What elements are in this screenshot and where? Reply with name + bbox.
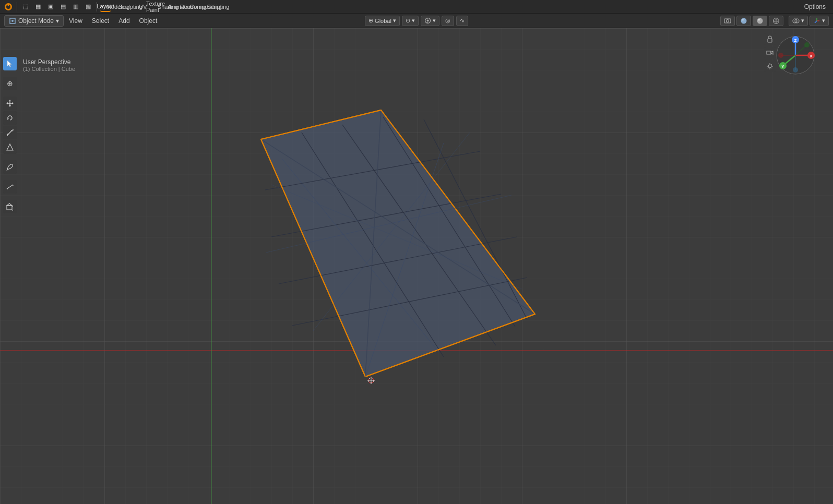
layout-icon-4[interactable]: ▤: [58, 2, 68, 12]
pivot-control[interactable]: ⊙ ▾: [402, 16, 419, 26]
workspace-tab-scripting[interactable]: Scripting: [213, 2, 223, 12]
svg-marker-53: [9, 105, 11, 107]
sphere-shaded-icon: [740, 17, 747, 25]
svg-marker-56: [7, 118, 9, 120]
workspace-tab-sculpt[interactable]: Sculpting: [125, 2, 136, 12]
pivot-icon: ⊙: [406, 17, 410, 24]
global-label: Global: [375, 18, 391, 24]
toolbar-sep-2: [3, 91, 17, 95]
proportional-edit2[interactable]: ∿: [456, 16, 468, 26]
tool-measure[interactable]: [3, 180, 17, 194]
svg-line-96: [768, 68, 768, 68]
svg-rect-87: [768, 39, 772, 42]
menu-object[interactable]: Object: [135, 16, 162, 26]
svg-line-94: [771, 68, 772, 68]
toggle-gizmo[interactable]: ▾: [810, 16, 829, 26]
snap-icon: [424, 17, 431, 24]
svg-line-70: [12, 210, 13, 211]
sphere-wireframe-icon: [772, 17, 780, 25]
viewport-sun-icon[interactable]: [764, 61, 776, 72]
tool-cursor[interactable]: ⊕: [3, 77, 17, 90]
svg-marker-62: [7, 144, 13, 150]
gizmo-chevron: ▾: [822, 17, 825, 24]
menu-add[interactable]: Add: [114, 16, 134, 26]
svg-point-4: [11, 20, 14, 22]
overlay-icon: [792, 17, 800, 25]
overlay-chevron: ▾: [801, 17, 804, 24]
transform-icon: [6, 143, 14, 151]
svg-point-14: [758, 19, 760, 20]
svg-point-84: [778, 53, 783, 58]
svg-line-63: [7, 170, 7, 171]
viewport-shading-wireframe[interactable]: [769, 16, 783, 26]
tool-add-primitive[interactable]: [3, 200, 17, 213]
tool-annotate[interactable]: [3, 160, 17, 174]
layout-icon-2[interactable]: ▦: [33, 2, 43, 12]
grid: [0, 28, 833, 504]
measure-icon: [6, 183, 14, 191]
top-bar: ⬚ ▦ ▣ ▤ ▥ ▧ Layout Modeling Sculpting UV…: [0, 0, 833, 14]
svg-marker-55: [12, 102, 14, 104]
svg-text:Y: Y: [781, 64, 784, 69]
snap-chevron: ▾: [433, 17, 436, 24]
svg-line-93: [768, 64, 768, 65]
cursor-icon: ⊕: [7, 79, 13, 88]
tool-move[interactable]: [3, 97, 17, 110]
layout-icon-1[interactable]: ⬚: [20, 2, 31, 12]
svg-point-2: [8, 4, 9, 6]
mode-label: Object Mode: [18, 17, 54, 25]
options-label[interactable]: Options: [804, 3, 826, 10]
layout-icon-3[interactable]: ▣: [45, 2, 56, 12]
mode-dropdown[interactable]: Object Mode ▾: [4, 15, 64, 27]
toolbar-sep-4: [3, 175, 17, 179]
viewport-shading-solid[interactable]: [753, 16, 767, 26]
snap-to-global[interactable]: ⊕ Global ▾: [365, 16, 400, 26]
menu-bar: Object Mode ▾ ⊕ Global ▾ ⊙ ▾ ▾ ◎ ∿: [0, 14, 833, 28]
menu-view[interactable]: View: [65, 16, 87, 26]
svg-line-22: [815, 21, 817, 23]
global-chevron: ▾: [393, 17, 396, 24]
svg-point-12: [742, 19, 744, 20]
proportional-edit[interactable]: ◎: [442, 16, 454, 26]
svg-line-64: [7, 185, 13, 189]
svg-text:Z: Z: [794, 38, 797, 43]
scale-icon: [6, 128, 14, 137]
navigation-gizmo[interactable]: Z X Y: [775, 34, 816, 76]
viewport-shading-rendered[interactable]: [720, 16, 735, 26]
svg-text:X: X: [810, 54, 813, 58]
svg-marker-68: [7, 203, 12, 206]
svg-marker-54: [6, 102, 8, 104]
toggle-overlay[interactable]: ▾: [789, 16, 808, 26]
snap-control[interactable]: ▾: [421, 16, 439, 26]
tool-transform[interactable]: [3, 140, 17, 154]
move-icon: [6, 99, 14, 107]
toolbar-sep-1: [3, 71, 17, 76]
global-icon: ⊕: [368, 17, 373, 24]
svg-point-10: [727, 19, 729, 22]
toolbar-sep-5: [3, 195, 17, 199]
sphere-solid-icon: [756, 17, 764, 25]
layout-icon-5[interactable]: ▥: [70, 2, 81, 12]
rotate-icon: [6, 114, 14, 122]
svg-line-95: [771, 64, 772, 65]
tool-scale[interactable]: [3, 126, 17, 139]
viewport-shading-material[interactable]: [736, 16, 751, 26]
blender-icon[interactable]: [3, 2, 14, 12]
svg-point-13: [757, 18, 763, 23]
annotate-icon: [6, 163, 14, 171]
tool-rotate[interactable]: [3, 111, 17, 125]
svg-point-88: [768, 65, 771, 68]
gizmo-icon: [813, 17, 820, 25]
proportional-icon2: ∿: [460, 17, 465, 24]
camera-icon: [724, 17, 731, 25]
viewport-3d[interactable]: User Perspective (1) Collection | Cube ⊕: [0, 28, 833, 504]
viewport-right-icons: [764, 33, 776, 72]
svg-point-86: [804, 42, 810, 47]
menu-select[interactable]: Select: [88, 16, 113, 26]
viewport-lock-icon[interactable]: [764, 33, 776, 45]
svg-point-82: [793, 67, 798, 73]
separator: [17, 2, 17, 11]
tool-select[interactable]: [3, 57, 17, 70]
viewport-camera-icon[interactable]: [764, 47, 776, 58]
layout-icon-6[interactable]: ▧: [83, 2, 93, 12]
